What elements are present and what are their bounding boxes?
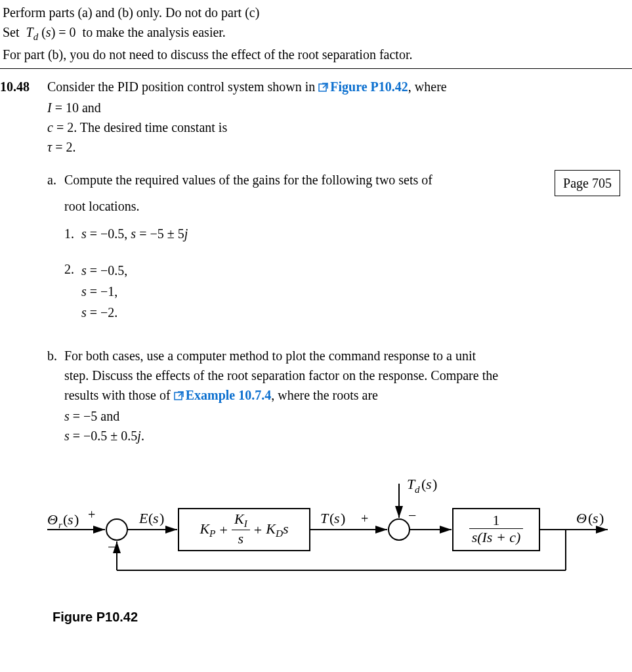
part-a-label: a. <box>47 170 64 322</box>
svg-text:s: s <box>426 476 432 492</box>
problem-number: 10.48 <box>0 77 47 96</box>
part-b: b. For both cases, use a computer method… <box>47 346 620 446</box>
part-b-label: b. <box>47 346 64 446</box>
lead-post: , where <box>408 79 447 94</box>
svg-text:d: d <box>415 484 420 495</box>
svg-point-23 <box>389 519 410 540</box>
svg-text:E: E <box>138 510 148 526</box>
figure-link[interactable]: Figure P10.42 <box>330 79 408 94</box>
part-a-item-1: 1. s = −0.5, s = −5 ± 5j <box>64 224 620 243</box>
svg-text:r: r <box>58 520 62 530</box>
svg-text:s: s <box>334 510 340 526</box>
instruction-line-3: For part (b), you do not need to discuss… <box>3 45 627 64</box>
page-badge: Page 705 <box>555 170 620 196</box>
part-a-text-2: root locations. <box>64 196 620 216</box>
item2-label: 2. <box>64 259 81 322</box>
example-link[interactable]: Example 10.7.4 <box>186 388 272 402</box>
svg-text:s: s <box>68 511 74 528</box>
part-b-text-2: step. Discuss the effects of the root se… <box>64 366 620 385</box>
item1-text: s = −0.5, s = −5 ± 5j <box>81 224 620 243</box>
svg-text:Θ: Θ <box>576 510 587 526</box>
svg-text:−: − <box>108 539 116 555</box>
external-link-icon <box>318 78 329 98</box>
figure-caption: Figure P10.42 <box>53 607 620 627</box>
part-b-text-1: For both cases, use a computer method to… <box>64 346 620 366</box>
svg-text:+: + <box>361 511 368 526</box>
svg-point-9 <box>106 519 127 540</box>
svg-text:): ) <box>432 476 437 492</box>
part-a-item-2: 2. s = −0.5, s = −1, s = −2. <box>64 259 620 322</box>
svg-text:): ) <box>74 511 79 528</box>
item1-label: 1. <box>64 224 81 243</box>
part-b-text3-pre: results with those of <box>64 388 174 402</box>
given-3: τ = 2. <box>47 137 620 157</box>
part-a-text-1: Compute the required values of the gains… <box>64 173 432 187</box>
svg-text:): ) <box>341 510 345 526</box>
instruction-line-2: Set Td (s) = 0 to make the analysis easi… <box>3 22 627 45</box>
given-1: I = 10 and <box>47 98 620 117</box>
part-b-root-1: s = −5 and <box>64 406 620 426</box>
svg-text:T: T <box>320 510 329 526</box>
item2-line-3: s = −2. <box>81 303 620 322</box>
part-b-text3-post: , where the roots are <box>271 388 378 402</box>
part-a: a. Compute the required values of the ga… <box>47 170 620 322</box>
svg-text:): ) <box>159 510 164 526</box>
part-b-root-2: s = −0.5 ± 0.5j. <box>64 426 620 446</box>
item2-line-1: s = −0.5, <box>81 261 620 280</box>
instructions-block: Perform parts (a) and (b) only. Do not d… <box>0 0 632 69</box>
block-diagram-figure: Θr(s) + − E(s) KP + KIs + KDs <box>47 472 620 627</box>
external-link-icon <box>174 387 184 406</box>
given-2: c = 2. The desired time constant is <box>47 117 620 137</box>
part-b-text-3: results with those of Example 10.7.4, wh… <box>64 385 620 406</box>
svg-text:−: − <box>408 507 416 524</box>
svg-text:Θ: Θ <box>47 511 58 528</box>
svg-text:s: s <box>593 510 599 526</box>
lead-sentence: Consider the PID position control system… <box>47 77 620 98</box>
problem-block: 10.48 Consider the PID position control … <box>0 69 632 640</box>
svg-text:+: + <box>88 507 95 522</box>
instruction-line-1: Perform parts (a) and (b) only. Do not d… <box>3 3 627 22</box>
item2-line-2: s = −1, <box>81 282 620 301</box>
problem-body: Consider the PID position control system… <box>47 77 627 635</box>
lead-pre: Consider the PID position control system… <box>47 79 318 94</box>
svg-text:s: s <box>153 510 159 526</box>
svg-text:): ) <box>599 510 604 526</box>
